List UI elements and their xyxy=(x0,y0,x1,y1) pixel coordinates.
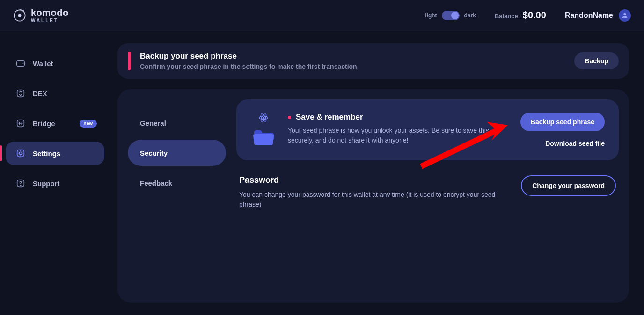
seed-card-description: Your seed phrase is how you unlock your … xyxy=(288,126,508,145)
password-section-description: You can change your password for this wa… xyxy=(239,190,501,210)
sidebar-item-label: Support xyxy=(33,180,60,188)
svg-point-13 xyxy=(263,117,264,119)
wallet-icon xyxy=(15,58,26,69)
atom-icon xyxy=(258,112,269,123)
theme-toggle-group: light dark xyxy=(425,11,476,20)
new-badge: new xyxy=(80,120,97,128)
folder-icon xyxy=(252,128,275,146)
status-dot-icon xyxy=(288,116,291,119)
sidebar-item-label: Wallet xyxy=(33,60,53,68)
svg-point-2 xyxy=(623,13,626,15)
brand-logo: komodo WALLET xyxy=(13,8,69,23)
komodo-logo-icon xyxy=(13,9,26,22)
sidebar-item-dex[interactable]: DEX xyxy=(6,82,104,105)
svg-point-7 xyxy=(19,152,22,155)
change-password-button[interactable]: Change your password xyxy=(521,175,616,196)
seed-phrase-card: Save & remember Your seed phrase is how … xyxy=(236,99,619,160)
svg-point-9 xyxy=(20,185,21,186)
bridge-icon xyxy=(15,118,26,129)
gear-icon xyxy=(15,148,26,159)
app-header: komodo WALLET light dark Balance $0.00 R… xyxy=(0,0,644,31)
theme-toggle[interactable] xyxy=(442,11,460,20)
banner-subtitle: Confirm your seed phrase in the settings… xyxy=(140,63,565,70)
svg-point-1 xyxy=(18,14,22,17)
sidebar-item-label: DEX xyxy=(33,90,47,98)
sidebar: Wallet DEX Bridge new Settings Sup xyxy=(0,31,110,315)
password-section-title: Password xyxy=(239,175,507,185)
balance-value: $0.00 xyxy=(523,10,546,21)
brand-name: komodo xyxy=(31,8,69,17)
tab-general[interactable]: General xyxy=(128,110,226,136)
banner-accent-bar xyxy=(128,52,131,70)
user-menu[interactable]: RandonName xyxy=(565,9,631,22)
backup-banner: Backup your seed phrase Confirm your see… xyxy=(117,43,629,79)
backup-seed-phrase-button[interactable]: Backup seed phrase xyxy=(520,112,605,131)
banner-title: Backup your seed phrase xyxy=(140,52,565,61)
sidebar-item-settings[interactable]: Settings xyxy=(6,142,104,165)
download-seed-file-link[interactable]: Download seed file xyxy=(545,140,605,147)
tab-feedback[interactable]: Feedback xyxy=(128,170,226,196)
user-name: RandonName xyxy=(565,11,613,20)
settings-tab-list: General Security Feedback xyxy=(128,99,226,292)
brand-subtitle: WALLET xyxy=(31,18,69,23)
seed-card-title: Save & remember xyxy=(296,112,363,122)
swap-icon xyxy=(15,88,26,99)
sidebar-item-label: Bridge xyxy=(33,120,55,128)
balance-display: Balance $0.00 xyxy=(495,10,546,21)
settings-panel: General Security Feedback xyxy=(117,89,629,303)
main-content: Backup your seed phrase Confirm your see… xyxy=(110,31,644,315)
sidebar-item-label: Settings xyxy=(33,150,60,158)
sidebar-item-support[interactable]: Support xyxy=(6,172,104,195)
sidebar-item-wallet[interactable]: Wallet xyxy=(6,52,104,75)
banner-backup-button[interactable]: Backup xyxy=(574,52,619,69)
help-icon xyxy=(15,178,26,189)
tab-security[interactable]: Security xyxy=(128,140,226,166)
balance-label: Balance xyxy=(495,13,518,20)
theme-dark-label: dark xyxy=(464,12,476,19)
user-avatar-icon xyxy=(619,9,631,22)
theme-light-label: light xyxy=(425,12,437,19)
password-section: Password You can change your password fo… xyxy=(236,172,619,212)
sidebar-item-bridge[interactable]: Bridge new xyxy=(6,112,104,135)
